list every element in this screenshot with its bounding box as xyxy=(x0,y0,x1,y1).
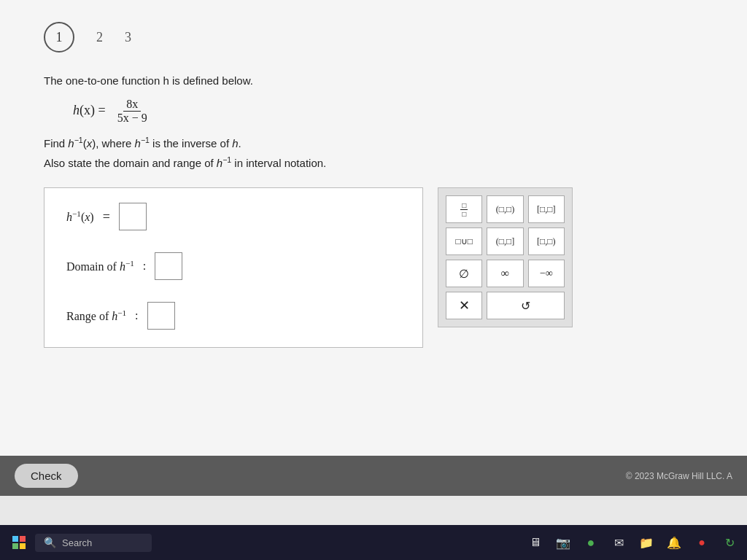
h-inverse-row: h−1(x) = xyxy=(66,203,400,230)
open-open-interval[interactable]: (□,□] xyxy=(487,228,523,255)
tab-1[interactable]: 1 xyxy=(44,22,74,52)
search-icon: 🔍 xyxy=(44,537,56,549)
monitor-taskbar-icon[interactable]: 🖥 xyxy=(525,532,546,553)
bottom-bar: Check © 2023 McGraw Hill LLC. A xyxy=(0,456,747,496)
domain-input[interactable] xyxy=(155,252,182,280)
h-inv-input[interactable] xyxy=(119,203,147,230)
check-button[interactable]: Check xyxy=(15,464,78,488)
closed-open-interval[interactable]: [□,□) xyxy=(528,228,565,255)
tab-2[interactable]: 2 xyxy=(96,30,103,45)
close-taskbar-icon[interactable]: ● xyxy=(692,532,712,553)
also-text: Also state the domain and range of h−1 i… xyxy=(44,155,703,169)
range-label: Range of h−1 xyxy=(66,308,126,323)
search-label: Search xyxy=(62,537,92,548)
answer-section: h−1(x) = Domain of h−1 : Range of h−1 : xyxy=(44,187,703,348)
copyright: © 2023 McGraw Hill LLC. A xyxy=(626,471,732,481)
tab-3[interactable]: 3 xyxy=(125,30,131,45)
refresh-taskbar-icon[interactable]: ↻ xyxy=(719,532,740,553)
camera-taskbar-icon[interactable]: 📷 xyxy=(553,532,573,553)
problem-intro: The one-to-one function h is defined bel… xyxy=(44,74,703,87)
search-bar[interactable]: 🔍 Search xyxy=(35,534,152,552)
tab-3-label: 3 xyxy=(125,30,131,44)
folder-taskbar-icon[interactable]: 📁 xyxy=(636,532,657,553)
tab-2-label: 2 xyxy=(96,30,103,44)
empty-set-symbol[interactable]: ∅ xyxy=(446,260,482,287)
main-content: 1 2 3 The one-to-one function h is defin… xyxy=(0,0,747,496)
domain-row: Domain of h−1 : xyxy=(66,252,400,280)
formula-display: h(x) = 8x 5x − 9 xyxy=(73,98,703,125)
union-symbol[interactable]: □∪□ xyxy=(446,228,482,255)
input-panel: h−1(x) = Domain of h−1 : Range of h−1 : xyxy=(44,187,423,348)
find-text: Find h−1(x), where h−1 is the inverse of… xyxy=(44,136,703,149)
undo-button[interactable]: ↺ xyxy=(487,292,565,319)
tab-row: 1 2 3 xyxy=(44,22,703,52)
closed-closed-interval[interactable]: [□,□] xyxy=(528,195,565,223)
fraction-symbol[interactable]: □□ xyxy=(446,195,482,223)
chrome-icon[interactable]: ● xyxy=(581,532,601,553)
tab-1-label: 1 xyxy=(56,30,63,45)
h-inv-label: h−1(x) xyxy=(66,209,94,224)
bell-taskbar-icon[interactable]: 🔔 xyxy=(664,532,684,553)
domain-label: Domain of h−1 xyxy=(66,259,134,273)
taskbar-right: 🖥 📷 ● ✉ 📁 🔔 ● ↻ xyxy=(525,532,740,553)
symbol-panel: □□ (□,□) [□,□] □∪□ (□,□] [□,□) ∅ xyxy=(438,187,573,327)
mail-taskbar-icon[interactable]: ✉ xyxy=(608,532,629,553)
neg-infinity-symbol[interactable]: −∞ xyxy=(528,260,565,287)
taskbar: 🔍 Search 🖥 📷 ● ✉ 📁 🔔 ● ↻ xyxy=(0,525,747,560)
taskbar-left: 🔍 Search xyxy=(7,531,152,554)
open-closed-interval[interactable]: (□,□) xyxy=(487,195,523,223)
range-row: Range of h−1 : xyxy=(66,302,400,330)
windows-icon[interactable] xyxy=(7,531,31,554)
range-input[interactable] xyxy=(147,302,175,330)
equals-sign: = xyxy=(103,209,110,225)
infinity-symbol[interactable]: ∞ xyxy=(487,260,523,287)
clear-button[interactable]: ✕ xyxy=(446,292,482,319)
